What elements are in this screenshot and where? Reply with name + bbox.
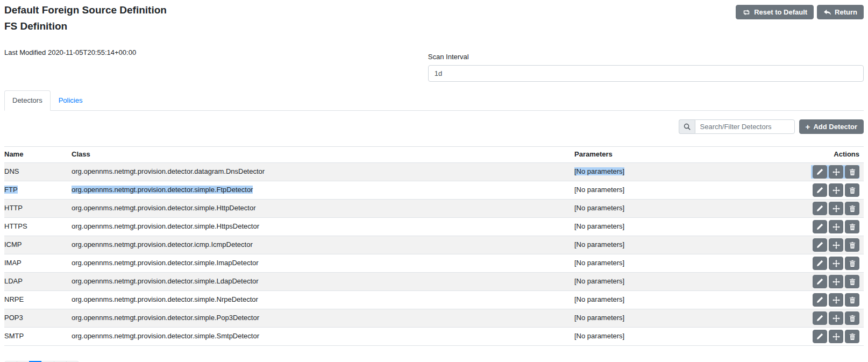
- pencil-icon: [816, 296, 823, 303]
- reset-to-default-button[interactable]: Reset to Default: [736, 5, 814, 19]
- header-actions: Reset to Default Return: [736, 5, 864, 19]
- edit-detector-button[interactable]: [813, 202, 827, 215]
- cell-name: FTP: [4, 181, 72, 200]
- trash-icon: [849, 223, 856, 231]
- meta-row: Last Modified 2020-11-05T20:55:14+00:00 …: [4, 48, 864, 82]
- column-header-class: Class: [72, 147, 574, 163]
- add-detector-button[interactable]: + Add Detector: [799, 119, 864, 134]
- column-header-actions: Actions: [785, 147, 864, 163]
- return-button[interactable]: Return: [817, 5, 864, 19]
- arrows-move-icon: [833, 168, 840, 176]
- tab-bar: DetectorsPolicies: [4, 90, 864, 111]
- table-row: ICMPorg.opennms.netmgt.provision.detecto…: [4, 236, 864, 254]
- return-button-label: Return: [835, 8, 857, 16]
- move-detector-button[interactable]: [829, 311, 843, 325]
- cell-name: NRPE: [4, 291, 72, 309]
- cell-parameters: [No parameters]: [574, 236, 785, 254]
- trash-icon: [849, 278, 856, 286]
- cell-parameters: [No parameters]: [574, 328, 785, 346]
- cell-name: LDAP: [4, 273, 72, 291]
- delete-detector-button[interactable]: [845, 257, 859, 270]
- cell-class: org.opennms.netmgt.provision.detector.si…: [72, 309, 574, 328]
- add-detector-label: Add Detector: [813, 123, 857, 131]
- pencil-icon: [816, 168, 823, 175]
- edit-detector-button[interactable]: [813, 220, 827, 233]
- move-detector-button[interactable]: [829, 275, 843, 288]
- move-detector-button[interactable]: [829, 330, 843, 343]
- delete-detector-button[interactable]: [845, 165, 859, 179]
- cell-parameters: [No parameters]: [574, 291, 785, 309]
- delete-detector-button[interactable]: [845, 275, 859, 288]
- cell-class: org.opennms.netmgt.provision.detector.si…: [72, 200, 574, 218]
- edit-detector-button[interactable]: [813, 275, 827, 288]
- edit-detector-button[interactable]: [813, 183, 827, 197]
- cell-name: HTTPS: [4, 218, 72, 236]
- arrows-move-icon: [833, 278, 840, 286]
- reset-button-label: Reset to Default: [754, 8, 807, 16]
- edit-detector-button[interactable]: [813, 257, 827, 270]
- table-row: LDAPorg.opennms.netmgt.provision.detecto…: [4, 273, 864, 291]
- cell-name: HTTP: [4, 200, 72, 218]
- tab-detectors[interactable]: Detectors: [4, 90, 51, 111]
- delete-detector-button[interactable]: [845, 311, 859, 325]
- move-detector-button[interactable]: [829, 293, 843, 307]
- pencil-icon: [816, 260, 823, 267]
- cell-parameters: [No parameters]: [574, 181, 785, 200]
- arrows-move-icon: [833, 242, 840, 249]
- page-header: Default Foreign Source Definition FS Def…: [4, 4, 864, 33]
- search-input[interactable]: [695, 119, 795, 134]
- edit-detector-button[interactable]: [813, 311, 827, 325]
- edit-detector-button[interactable]: [813, 165, 827, 179]
- delete-detector-button[interactable]: [845, 238, 859, 252]
- cell-parameters: [No parameters]: [574, 309, 785, 328]
- cell-actions: [785, 181, 864, 200]
- delete-detector-button[interactable]: [845, 293, 859, 307]
- cell-actions: [785, 163, 864, 181]
- trash-icon: [849, 205, 856, 212]
- edit-detector-button[interactable]: [813, 330, 827, 343]
- cell-class: org.opennms.netmgt.provision.detector.si…: [72, 181, 574, 200]
- delete-detector-button[interactable]: [845, 330, 859, 343]
- cell-class: org.opennms.netmgt.provision.detector.ic…: [72, 236, 574, 254]
- trash-icon: [849, 242, 856, 249]
- page-subtitle: FS Definition: [4, 20, 167, 33]
- cell-parameters: [No parameters]: [574, 254, 785, 273]
- delete-detector-button[interactable]: [845, 183, 859, 197]
- search-addon: [679, 119, 695, 134]
- move-detector-button[interactable]: [829, 183, 843, 197]
- trash-icon: [849, 168, 856, 176]
- pencil-icon: [816, 205, 823, 212]
- column-header-name: Name: [4, 147, 72, 163]
- cell-class: org.opennms.netmgt.provision.detector.si…: [72, 218, 574, 236]
- cell-class: org.opennms.netmgt.provision.detector.si…: [72, 291, 574, 309]
- edit-detector-button[interactable]: [813, 238, 827, 252]
- table-row: FTPorg.opennms.netmgt.provision.detector…: [4, 181, 864, 200]
- cell-parameters: [No parameters]: [574, 218, 785, 236]
- cell-actions: [785, 200, 864, 218]
- trash-icon: [849, 187, 856, 194]
- cell-name: IMAP: [4, 254, 72, 273]
- cell-class: org.opennms.netmgt.provision.detector.da…: [72, 163, 574, 181]
- scan-interval-input[interactable]: [428, 65, 864, 82]
- move-detector-button[interactable]: [829, 220, 843, 233]
- move-detector-button[interactable]: [829, 202, 843, 215]
- table-header: Name Class Parameters Actions: [4, 147, 864, 163]
- pencil-icon: [816, 315, 823, 322]
- move-detector-button[interactable]: [829, 165, 843, 179]
- arrows-move-icon: [833, 260, 840, 267]
- cell-parameters: [No parameters]: [574, 200, 785, 218]
- trash-icon: [849, 296, 856, 304]
- scan-interval-label: Scan Interval: [428, 52, 864, 62]
- table-row: HTTPSorg.opennms.netmgt.provision.detect…: [4, 218, 864, 236]
- delete-detector-button[interactable]: [845, 202, 859, 215]
- tab-policies[interactable]: Policies: [51, 90, 91, 111]
- edit-detector-button[interactable]: [813, 293, 827, 307]
- cell-actions: [785, 273, 864, 291]
- move-detector-button[interactable]: [829, 238, 843, 252]
- pencil-icon: [816, 278, 823, 285]
- search-icon: [684, 123, 691, 130]
- cell-actions: [785, 328, 864, 346]
- pencil-icon: [816, 187, 823, 194]
- move-detector-button[interactable]: [829, 257, 843, 270]
- delete-detector-button[interactable]: [845, 220, 859, 233]
